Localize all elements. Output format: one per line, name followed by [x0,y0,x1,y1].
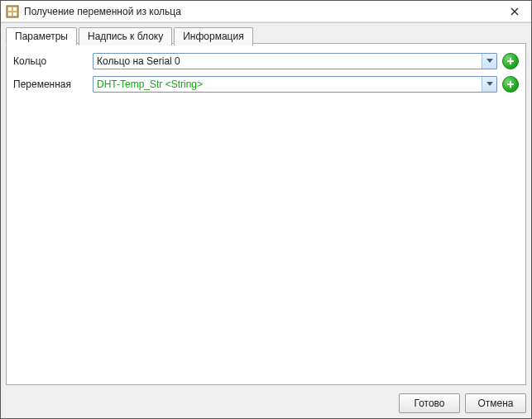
window-title: Получение переменной из кольца [24,6,181,17]
app-icon [6,5,19,18]
tab-info[interactable]: Информация [174,27,252,45]
cancel-button-label: Отмена [477,398,513,409]
variable-add-button[interactable] [502,76,519,93]
ring-combo[interactable]: Кольцо на Serial 0 [93,53,497,69]
titlebar: Получение переменной из кольца [1,1,531,22]
svg-rect-3 [8,12,12,16]
form-row-ring: Кольцо Кольцо на Serial 0 [13,52,519,70]
dialog-footer: Готово Отмена [399,393,526,413]
close-icon [510,7,519,16]
tab-label-label: Надпись к блоку [88,31,163,42]
cancel-button[interactable]: Отмена [465,393,526,413]
tab-strip: Параметры Надпись к блоку Информация [1,23,531,45]
svg-rect-12 [507,83,514,85]
variable-combo-value: DHT-Temp_Str <String> [93,79,482,90]
variable-combo-dropdown-button[interactable] [482,77,496,92]
tab-info-label: Информация [183,31,243,42]
ok-button[interactable]: Готово [399,393,460,413]
tab-panel-params: Кольцо Кольцо на Serial 0 Переменная [6,43,526,385]
variable-combo[interactable]: DHT-Temp_Str <String> [93,76,497,93]
plus-icon [506,80,515,88]
svg-marker-10 [486,82,493,86]
close-button[interactable] [498,1,531,22]
svg-rect-4 [13,12,17,16]
ring-add-button[interactable] [502,53,519,69]
tab-label[interactable]: Надпись к блоку [79,27,172,45]
svg-rect-2 [13,7,17,11]
ring-label: Кольцо [13,55,88,67]
tab-params-label: Параметры [15,31,68,42]
svg-rect-1 [8,7,12,11]
variable-label: Переменная [13,79,88,90]
dialog-body: Параметры Надпись к блоку Информация Кол… [1,22,531,418]
svg-marker-7 [486,59,493,63]
ok-button-label: Готово [414,398,444,409]
ring-combo-dropdown-button[interactable] [482,54,496,69]
ring-combo-value: Кольцо на Serial 0 [93,55,482,67]
svg-rect-9 [507,60,514,62]
form-row-variable: Переменная DHT-Temp_Str <String> [13,75,519,93]
tab-params[interactable]: Параметры [6,27,77,45]
plus-icon [506,57,515,65]
chevron-down-icon [486,59,493,64]
chevron-down-icon [486,82,493,87]
